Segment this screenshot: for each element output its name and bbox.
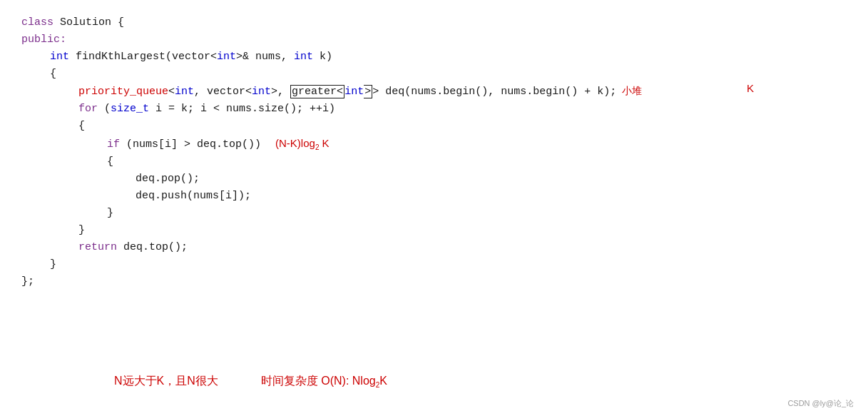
code-line-7: { [21,118,847,135]
code-line-11: deq.push(nums[i]); [21,188,847,205]
return-type: int [50,49,76,66]
class-name: Solution { [60,14,124,31]
code-line-14: return deq.top(); [21,239,847,256]
code-line-4: { [21,66,847,83]
annotation-nk-log: (N-K)log2 K [275,135,330,153]
bottom-text-left: N远大于K，且N很大 [114,374,218,389]
code-line-8: if (nums[i] > deq.top()) (N-K)log2 K [21,135,847,153]
greater-box: greater< [290,85,344,98]
type-int: int [217,49,236,66]
code-line-3: int findKthLargest(vector<int>& nums, in… [21,49,847,66]
func-name: findKthLargest(vector< [76,49,217,66]
code-line-13: } [21,222,847,239]
code-line-2: public: [21,31,847,49]
type-int2: int [294,49,313,66]
code-line-16: }; [21,273,847,290]
bottom-text-middle: 时间复杂度 O(N): Nlog2K [261,374,387,389]
keyword-public: public: [21,31,66,49]
bottom-annotation: N远大于K，且N很大 时间复杂度 O(N): Nlog2K [114,374,387,389]
code-line-10: deq.pop(); [21,171,847,188]
code-line-5: priority_queue<int, vector<int>, greater… [21,83,847,101]
code-line-9: { [21,153,847,171]
code-line-12: } [21,205,847,222]
code-line-15: } [21,256,847,273]
annotation-xiaodui: 小堆 [622,83,642,98]
pq-type: priority_queue [78,83,168,101]
code-line-6: for (size_t i = k; i < nums.size(); ++i) [21,101,847,118]
keyword-class: class [21,14,60,31]
log-sub-2: 2 [315,143,320,151]
csdn-watermark: CSDN @ly@论_论 [787,398,854,409]
code-line-1: class Solution { [21,14,847,31]
annotation-k: K [747,82,754,94]
code-container: class Solution { public: int findKthLarg… [0,0,868,416]
bottom-sub-2: 2 [376,381,380,389]
